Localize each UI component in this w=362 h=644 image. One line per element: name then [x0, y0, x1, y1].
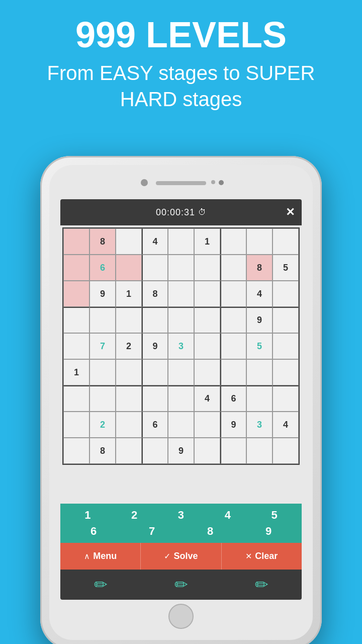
sudoku-cell[interactable]: 9 — [246, 307, 273, 333]
sudoku-cell[interactable] — [220, 359, 246, 385]
sudoku-cell[interactable]: 8 — [89, 228, 116, 255]
sudoku-cell[interactable]: 5 — [246, 333, 273, 359]
pad-num-2[interactable]: 2 — [123, 509, 145, 522]
sudoku-cell[interactable] — [63, 438, 89, 464]
sudoku-cell[interactable] — [63, 333, 89, 359]
sudoku-cell[interactable]: 1 — [116, 281, 142, 307]
sudoku-cell[interactable]: 5 — [273, 255, 299, 281]
sudoku-cell[interactable] — [273, 333, 299, 359]
sudoku-cell[interactable] — [246, 438, 273, 464]
sudoku-cell[interactable] — [273, 281, 299, 307]
sudoku-cell[interactable]: 9 — [220, 412, 246, 438]
sudoku-cell[interactable] — [220, 281, 246, 307]
sudoku-cell[interactable]: 8 — [246, 255, 273, 281]
solve-icon: ✓ — [164, 551, 170, 561]
sudoku-cell[interactable] — [89, 359, 116, 385]
home-button[interactable] — [168, 604, 194, 629]
sudoku-cell[interactable]: 4 — [142, 228, 168, 255]
sudoku-cell[interactable] — [116, 385, 142, 412]
sudoku-cell[interactable] — [116, 359, 142, 385]
pad-num-9[interactable]: 9 — [257, 525, 280, 538]
sudoku-cell[interactable]: 3 — [168, 333, 194, 359]
sudoku-cell[interactable] — [220, 307, 246, 333]
sudoku-cell[interactable] — [273, 228, 299, 255]
sudoku-cell[interactable]: 4 — [273, 412, 299, 438]
sudoku-cell[interactable] — [168, 412, 194, 438]
sudoku-cell[interactable] — [194, 438, 220, 464]
sudoku-cell[interactable]: 7 — [89, 333, 116, 359]
sudoku-cell[interactable] — [168, 385, 194, 412]
sudoku-cell[interactable] — [246, 359, 273, 385]
sudoku-cell[interactable]: 3 — [246, 412, 273, 438]
pad-num-7[interactable]: 7 — [141, 525, 163, 538]
sudoku-cell[interactable] — [168, 228, 194, 255]
sudoku-cell[interactable] — [194, 359, 220, 385]
sudoku-cell[interactable] — [116, 255, 142, 281]
sudoku-cell[interactable]: 9 — [89, 281, 116, 307]
pad-num-3[interactable]: 3 — [170, 509, 192, 522]
sudoku-cell[interactable]: 2 — [89, 412, 116, 438]
sudoku-cell[interactable]: 4 — [194, 385, 220, 412]
sudoku-cell[interactable]: 4 — [246, 281, 273, 307]
sudoku-cell[interactable] — [168, 255, 194, 281]
sudoku-cell[interactable]: 9 — [142, 333, 168, 359]
phone-mockup: 00:00:31 ⏱ ✕ 84168591849729351462693489 … — [40, 156, 322, 644]
sudoku-cell[interactable] — [116, 438, 142, 464]
sudoku-cell[interactable] — [194, 333, 220, 359]
sudoku-cell[interactable] — [168, 307, 194, 333]
sudoku-cell[interactable]: 2 — [116, 333, 142, 359]
sudoku-cell[interactable] — [194, 307, 220, 333]
sudoku-cell[interactable] — [168, 281, 194, 307]
sudoku-wrapper: 84168591849729351462693489 — [60, 225, 302, 504]
sudoku-cell[interactable]: 6 — [220, 385, 246, 412]
sudoku-cell[interactable] — [89, 385, 116, 412]
sudoku-cell[interactable] — [116, 228, 142, 255]
sudoku-cell[interactable] — [220, 333, 246, 359]
sudoku-cell[interactable] — [142, 359, 168, 385]
sudoku-cell[interactable] — [63, 281, 89, 307]
sudoku-cell[interactable] — [116, 307, 142, 333]
sudoku-cell[interactable] — [194, 255, 220, 281]
sudoku-cell[interactable] — [142, 255, 168, 281]
sudoku-cell[interactable]: 6 — [142, 412, 168, 438]
sudoku-cell[interactable] — [142, 438, 168, 464]
sudoku-cell[interactable] — [273, 438, 299, 464]
sudoku-cell[interactable] — [142, 385, 168, 412]
sudoku-cell[interactable]: 8 — [89, 438, 116, 464]
sudoku-cell[interactable] — [194, 412, 220, 438]
pad-num-5[interactable]: 5 — [263, 509, 286, 522]
sudoku-cell[interactable] — [63, 385, 89, 412]
sudoku-cell[interactable]: 6 — [89, 255, 116, 281]
sudoku-cell[interactable] — [89, 307, 116, 333]
sudoku-cell[interactable]: 9 — [168, 438, 194, 464]
sudoku-cell[interactable] — [220, 438, 246, 464]
sudoku-cell[interactable] — [194, 281, 220, 307]
sudoku-cell[interactable] — [168, 359, 194, 385]
sudoku-cell[interactable] — [273, 359, 299, 385]
sudoku-cell[interactable] — [220, 255, 246, 281]
sudoku-cell[interactable] — [63, 412, 89, 438]
sudoku-cell[interactable] — [246, 385, 273, 412]
sudoku-cell[interactable]: 1 — [63, 359, 89, 385]
camera-icon — [141, 179, 148, 186]
pad-num-1[interactable]: 1 — [76, 509, 99, 522]
pad-num-8[interactable]: 8 — [199, 525, 221, 538]
close-button[interactable]: ✕ — [286, 206, 295, 219]
sudoku-cell[interactable]: 1 — [194, 228, 220, 255]
sudoku-cell[interactable] — [273, 307, 299, 333]
sudoku-cell[interactable] — [63, 228, 89, 255]
sudoku-cell[interactable] — [273, 385, 299, 412]
sudoku-cell[interactable] — [116, 412, 142, 438]
sudoku-cell[interactable] — [63, 255, 89, 281]
sudoku-cell[interactable] — [246, 228, 273, 255]
menu-button[interactable]: ∧ Menu — [60, 543, 140, 570]
sudoku-cell[interactable] — [220, 228, 246, 255]
timer-icon: ⏱ — [198, 208, 206, 217]
sudoku-cell[interactable] — [63, 307, 89, 333]
sudoku-cell[interactable] — [142, 307, 168, 333]
sudoku-cell[interactable]: 8 — [142, 281, 168, 307]
clear-button[interactable]: ✕ Clear — [221, 543, 302, 570]
pad-num-4[interactable]: 4 — [217, 509, 239, 522]
solve-button[interactable]: ✓ Solve — [140, 543, 221, 570]
pad-num-6[interactable]: 6 — [82, 525, 105, 538]
